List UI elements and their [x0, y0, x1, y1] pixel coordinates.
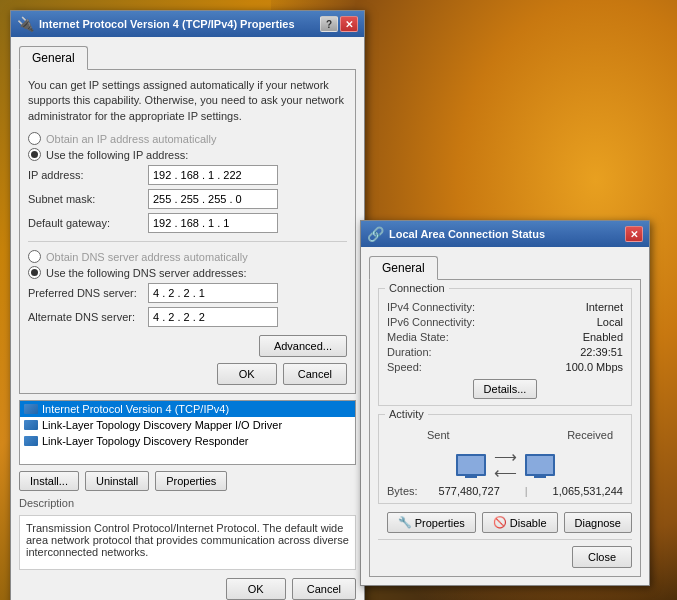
- radio-manual-dns-circle: [28, 266, 41, 279]
- list-item-mapper[interactable]: Link-Layer Topology Discovery Mapper I/O…: [20, 417, 355, 433]
- sent-computer-icon: [456, 454, 486, 476]
- radio-manual-ip[interactable]: Use the following IP address:: [28, 148, 347, 161]
- tcpip-content: General You can get IP settings assigned…: [11, 37, 364, 600]
- speed-value: 100.0 Mbps: [566, 361, 623, 373]
- gateway-field[interactable]: 192 . 168 . 1 . 1: [148, 213, 278, 233]
- ip-address-row: IP address: 192 . 168 . 1 . 222: [28, 165, 347, 185]
- ipv6-row: IPv6 Connectivity: Local: [387, 316, 623, 328]
- disable-button[interactable]: 🚫 Disable: [482, 512, 558, 533]
- tab-content: You can get IP settings assigned automat…: [19, 69, 356, 394]
- activity-section: Activity Sent Received ⟶: [378, 414, 632, 504]
- diagnose-button[interactable]: Diagnose: [564, 512, 632, 533]
- tcpip-title-buttons: ? ✕: [320, 16, 358, 32]
- tab-general[interactable]: General: [19, 46, 88, 70]
- alternate-dns-field[interactable]: 4 . 2 . 2 . 2: [148, 307, 278, 327]
- lan-properties-button[interactable]: 🔧 Properties: [387, 512, 476, 533]
- info-text: You can get IP settings assigned automat…: [28, 78, 347, 124]
- radio-auto-dns-label: Obtain DNS server address automatically: [46, 251, 248, 263]
- received-computer-icon: [525, 454, 555, 476]
- disable-icon: 🚫: [493, 516, 507, 529]
- ip-address-label: IP address:: [28, 169, 148, 181]
- tcpip-title: Internet Protocol Version 4 (TCP/IPv4) P…: [39, 18, 320, 30]
- radio-auto-ip-label: Obtain an IP address automatically: [46, 133, 216, 145]
- connection-details: IPv4 Connectivity: Internet IPv6 Connect…: [387, 301, 623, 373]
- ipv4-row: IPv4 Connectivity: Internet: [387, 301, 623, 313]
- activity-icons-row: ⟶ ⟵: [387, 449, 623, 481]
- duration-row: Duration: 22:39:51: [387, 346, 623, 358]
- subnet-mask-field[interactable]: 255 . 255 . 255 . 0: [148, 189, 278, 209]
- cancel-button-bottom[interactable]: Cancel: [292, 578, 356, 600]
- gateway-label: Default gateway:: [28, 217, 148, 229]
- media-label: Media State:: [387, 331, 449, 343]
- radio-auto-ip-circle: [28, 132, 41, 145]
- sent-bytes-value: 577,480,727: [439, 485, 500, 497]
- lan-titlebar[interactable]: 🔗 Local Area Connection Status ✕: [361, 221, 649, 247]
- sent-received-header: Sent Received: [387, 429, 623, 441]
- close-button[interactable]: ✕: [340, 16, 358, 32]
- speed-label: Speed:: [387, 361, 422, 373]
- tcpip-titlebar[interactable]: 🔌 Internet Protocol Version 4 (TCP/IPv4)…: [11, 11, 364, 37]
- ip-address-field[interactable]: 192 . 168 . 1 . 222: [148, 165, 278, 185]
- bytes-row: Bytes: 577,480,727 | 1,065,531,244: [387, 485, 623, 497]
- uninstall-button[interactable]: Uninstall: [85, 471, 149, 491]
- help-button[interactable]: ?: [320, 16, 338, 32]
- radio-manual-ip-label: Use the following IP address:: [46, 149, 188, 161]
- lan-title-buttons: ✕: [625, 226, 643, 242]
- connection-section: Connection IPv4 Connectivity: Internet I…: [378, 288, 632, 406]
- preferred-dns-label: Preferred DNS server:: [28, 287, 148, 299]
- list-item-responder[interactable]: Link-Layer Topology Discovery Responder: [20, 433, 355, 449]
- install-row: Install... Uninstall Properties: [19, 471, 356, 491]
- details-button[interactable]: Details...: [473, 379, 538, 399]
- lan-divider: [378, 539, 632, 540]
- component-icon-2: [24, 420, 38, 430]
- component-icon-3: [24, 436, 38, 446]
- lan-icon: 🔗: [367, 226, 384, 242]
- received-header-label: Received: [567, 429, 613, 441]
- lan-close-button[interactable]: ✕: [625, 226, 643, 242]
- ipv4-value: Internet: [586, 301, 623, 313]
- radio-auto-dns-circle: [28, 250, 41, 263]
- received-bytes-value: 1,065,531,244: [553, 485, 623, 497]
- tcpip-properties-window: 🔌 Internet Protocol Version 4 (TCP/IPv4)…: [10, 10, 365, 600]
- radio-auto-dns[interactable]: Obtain DNS server address automatically: [28, 250, 347, 263]
- activity-title: Activity: [385, 408, 428, 420]
- list-item-tcp[interactable]: Internet Protocol Version 4 (TCP/IPv4): [20, 401, 355, 417]
- components-list[interactable]: Internet Protocol Version 4 (TCP/IPv4) L…: [19, 400, 356, 465]
- radio-manual-dns[interactable]: Use the following DNS server addresses:: [28, 266, 347, 279]
- ok-button-main[interactable]: OK: [217, 363, 277, 385]
- lan-bottom-buttons: 🔧 Properties 🚫 Disable Diagnose: [378, 512, 632, 533]
- radio-manual-dns-label: Use the following DNS server addresses:: [46, 267, 247, 279]
- radio-auto-ip[interactable]: Obtain an IP address automatically: [28, 132, 347, 145]
- description-label: Description: [19, 497, 356, 509]
- preferred-dns-row: Preferred DNS server: 4 . 2 . 2 . 1: [28, 283, 347, 303]
- lan-tab-content: Connection IPv4 Connectivity: Internet I…: [369, 279, 641, 577]
- install-button[interactable]: Install...: [19, 471, 79, 491]
- lan-title: Local Area Connection Status: [389, 228, 625, 240]
- preferred-dns-field[interactable]: 4 . 2 . 2 . 1: [148, 283, 278, 303]
- duration-value: 22:39:51: [580, 346, 623, 358]
- subnet-mask-label: Subnet mask:: [28, 193, 148, 205]
- ipv6-value: Local: [597, 316, 623, 328]
- alternate-dns-label: Alternate DNS server:: [28, 311, 148, 323]
- description-box: Transmission Control Protocol/Internet P…: [19, 515, 356, 570]
- transfer-arrows: ⟶ ⟵: [494, 449, 517, 481]
- advanced-button[interactable]: Advanced...: [259, 335, 347, 357]
- radio-manual-ip-circle: [28, 148, 41, 161]
- properties-button[interactable]: Properties: [155, 471, 227, 491]
- ipv6-label: IPv6 Connectivity:: [387, 316, 475, 328]
- connection-title: Connection: [385, 282, 449, 294]
- cancel-button-main[interactable]: Cancel: [283, 363, 347, 385]
- lan-content: General Connection IPv4 Connectivity: In…: [361, 247, 649, 585]
- lan-close-btn[interactable]: Close: [572, 546, 632, 568]
- ok-button-bottom[interactable]: OK: [226, 578, 286, 600]
- bytes-label: Bytes:: [387, 485, 418, 497]
- network-icon: 🔌: [17, 16, 34, 32]
- section-divider: [28, 241, 347, 242]
- sent-header-label: Sent: [427, 429, 450, 441]
- lan-tab-general[interactable]: General: [369, 256, 438, 280]
- bytes-separator: |: [525, 485, 528, 497]
- media-value: Enabled: [583, 331, 623, 343]
- subnet-mask-row: Subnet mask: 255 . 255 . 255 . 0: [28, 189, 347, 209]
- alternate-dns-row: Alternate DNS server: 4 . 2 . 2 . 2: [28, 307, 347, 327]
- tab-bar: General: [19, 45, 356, 69]
